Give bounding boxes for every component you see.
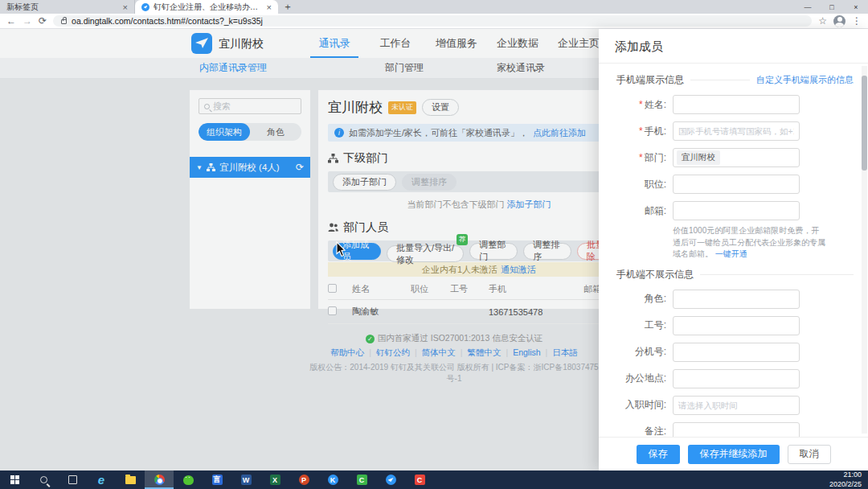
notice-link[interactable]: 点此前往添加 bbox=[533, 127, 586, 139]
separator: | bbox=[546, 347, 548, 359]
remark-input[interactable] bbox=[673, 422, 800, 438]
window-close-button[interactable]: × bbox=[844, 0, 868, 14]
section-divider bbox=[700, 274, 854, 275]
reload-icon[interactable]: ⟳ bbox=[39, 16, 47, 26]
back-icon[interactable]: ← bbox=[6, 16, 16, 26]
refresh-icon[interactable]: ⟳ bbox=[296, 162, 304, 173]
footer-link-english[interactable]: English bbox=[513, 347, 540, 359]
department-chip[interactable]: 宜川附校 bbox=[677, 150, 720, 165]
drawer-footer: 保存 保存并继续添加 取消 bbox=[599, 437, 868, 471]
window-maximize-button[interactable]: □ bbox=[820, 0, 844, 14]
adjust-sort-button[interactable]: 调整排序 bbox=[523, 243, 571, 260]
browser-tab-dingtalk[interactable]: 钉钉企业注册、企业移动办公… × bbox=[135, 0, 278, 14]
caret-down-icon[interactable]: ▼ bbox=[196, 164, 203, 171]
field-label: 分机号: bbox=[599, 345, 673, 359]
row-checkbox[interactable] bbox=[328, 306, 337, 315]
sidebar-search[interactable] bbox=[199, 98, 301, 114]
extension-input[interactable] bbox=[673, 343, 800, 362]
search-input[interactable] bbox=[213, 101, 296, 111]
wechat-button[interactable] bbox=[174, 471, 203, 489]
org-tree-item[interactable]: ▼ 宜川附校 (4人) ⟳ bbox=[190, 157, 310, 178]
excel-button[interactable]: X bbox=[260, 471, 289, 489]
footer-link-traditional[interactable]: 繁體中文 bbox=[467, 347, 501, 359]
chrome-icon bbox=[154, 475, 165, 485]
start-button[interactable] bbox=[0, 471, 29, 489]
k-app-button[interactable]: K bbox=[318, 471, 347, 489]
position-input[interactable] bbox=[673, 175, 800, 194]
field-email: 邮箱: bbox=[599, 201, 854, 220]
toggle-roles[interactable]: 角色 bbox=[250, 123, 301, 141]
email-input[interactable] bbox=[673, 201, 800, 220]
footer-link-convention[interactable]: 钉钉公约 bbox=[376, 347, 410, 359]
settings-button[interactable]: 设置 bbox=[422, 99, 459, 116]
customize-mobile-info-link[interactable]: 自定义手机端展示的信息 bbox=[756, 74, 854, 86]
member-name: 陶渝敏 bbox=[352, 300, 411, 324]
dingtalk-app-button[interactable] bbox=[376, 471, 405, 489]
taskbar-clock[interactable]: 21:00 2020/2/25 bbox=[829, 471, 868, 489]
one-click-open-link[interactable]: 一键开通 bbox=[715, 249, 747, 258]
sub-dept-empty-link[interactable]: 添加子部门 bbox=[507, 199, 551, 209]
nav-company-data[interactable]: 企业数据 bbox=[487, 29, 548, 58]
powerpoint-button[interactable]: P bbox=[289, 471, 318, 489]
dept-title: 宜川附校 bbox=[328, 98, 383, 117]
task-view-button[interactable] bbox=[58, 471, 87, 489]
batch-import-button[interactable]: 批量导入/导出/修改 bbox=[387, 245, 464, 262]
save-button[interactable]: 保存 bbox=[637, 445, 680, 464]
drawer-scrollbar-thumb[interactable] bbox=[862, 76, 867, 171]
word-button[interactable]: W bbox=[231, 471, 260, 489]
subnav-school-contacts[interactable]: 家校通讯录 bbox=[497, 58, 545, 78]
green-c-app-button[interactable]: C bbox=[347, 471, 376, 489]
separator: | bbox=[461, 347, 463, 359]
toggle-org-structure[interactable]: 组织架构 bbox=[199, 123, 250, 141]
new-tab-button[interactable]: ＋ bbox=[278, 0, 297, 14]
lock-icon bbox=[61, 19, 67, 24]
save-and-continue-button[interactable]: 保存并继续添加 bbox=[688, 445, 780, 464]
blue-app-button[interactable]: 言 bbox=[203, 471, 231, 489]
field-label: *部门: bbox=[599, 151, 673, 165]
forward-icon[interactable]: → bbox=[23, 16, 32, 26]
bookmark-star-icon[interactable]: ☆ bbox=[818, 16, 827, 26]
email-note: 价值1000元的阿里企业邮箱限时免费，开通后可一键给员工分配代表企业形象的专属域… bbox=[673, 225, 825, 261]
nav-value-services[interactable]: 增值服务 bbox=[426, 29, 487, 58]
sub-dept-empty: 当前部门不包含下级部门 添加子部门 bbox=[328, 199, 630, 211]
office-location-input[interactable] bbox=[673, 369, 800, 388]
member-row[interactable]: 陶渝敏 13671535478 bbox=[328, 300, 630, 324]
url-omnibox[interactable]: oa.dingtalk.com/contacts.htm#/contacts?_… bbox=[53, 15, 812, 27]
separator: | bbox=[415, 347, 417, 359]
import-button-wrap: 批量导入/导出/修改 荐 bbox=[387, 240, 464, 263]
adjust-dept-button[interactable]: 调整部门 bbox=[469, 243, 518, 260]
browser-avatar[interactable] bbox=[833, 15, 845, 27]
footer-link-simplified[interactable]: 简体中文 bbox=[422, 347, 456, 359]
cancel-button[interactable]: 取消 bbox=[788, 445, 831, 464]
footer-link-help[interactable]: 帮助中心 bbox=[330, 347, 364, 359]
subnav-internal-contacts[interactable]: 内部通讯录管理 bbox=[199, 58, 267, 78]
footer-link-japanese[interactable]: 日本語 bbox=[552, 347, 578, 359]
red-c-app-button[interactable]: C bbox=[405, 471, 434, 489]
select-all-checkbox[interactable] bbox=[328, 284, 337, 293]
browser-menu-icon[interactable]: ⋮ bbox=[852, 16, 862, 26]
subnav-dept-management[interactable]: 部门管理 bbox=[385, 58, 424, 78]
hire-date-input[interactable] bbox=[673, 396, 800, 415]
section-divider bbox=[690, 80, 750, 80]
chrome-button[interactable] bbox=[145, 471, 174, 489]
taskbar-search-button[interactable] bbox=[29, 471, 58, 489]
main-nav: 通讯录 工作台 增值服务 企业数据 企业主页 bbox=[304, 29, 609, 58]
add-sub-dept-button[interactable]: 添加子部门 bbox=[333, 174, 396, 191]
members-toolbar: 添加成员 批量导入/导出/修改 荐 调整部门 调整排序 批量删除 bbox=[328, 240, 630, 261]
tab-close-icon[interactable]: × bbox=[267, 2, 272, 12]
name-input[interactable] bbox=[673, 95, 800, 114]
nav-workbench[interactable]: 工作台 bbox=[365, 29, 426, 58]
footer-links: 帮助中心| 钉钉公约| 简体中文| 繁體中文| English| 日本語 bbox=[305, 347, 603, 359]
edge-button[interactable]: e bbox=[87, 471, 116, 489]
sort-sub-dept-button[interactable]: 调整排序 bbox=[402, 174, 457, 191]
tab-close-icon[interactable]: × bbox=[123, 2, 128, 12]
role-input[interactable] bbox=[673, 290, 800, 309]
nav-contacts[interactable]: 通讯录 bbox=[304, 29, 365, 58]
notify-activate-link[interactable]: 通知激活 bbox=[501, 264, 536, 276]
browser-tab-newtab[interactable]: 新标签页 × bbox=[0, 0, 135, 14]
window-minimize-button[interactable]: — bbox=[796, 0, 820, 14]
file-explorer-button[interactable] bbox=[116, 471, 145, 489]
mobile-input[interactable] bbox=[673, 121, 800, 141]
department-input[interactable]: 宜川附校 bbox=[673, 148, 800, 167]
job-no-input[interactable] bbox=[673, 316, 800, 335]
